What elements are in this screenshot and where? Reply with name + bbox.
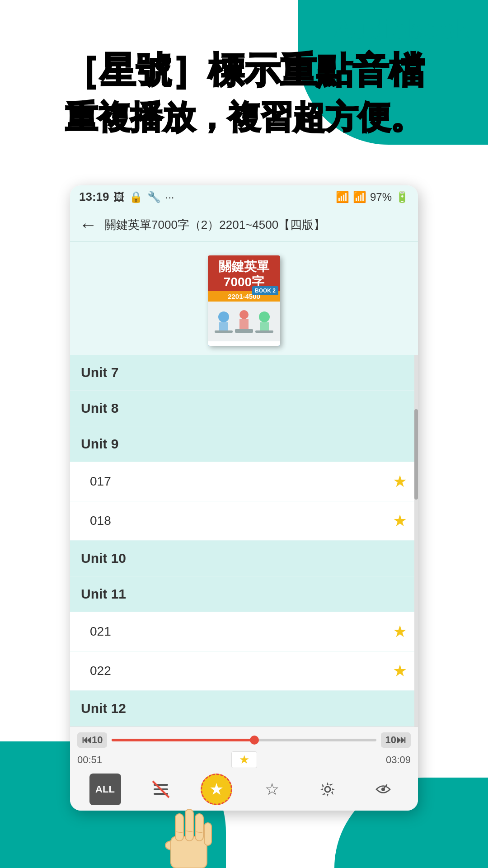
unit8-label: Unit 8 (81, 401, 118, 416)
svg-rect-20 (195, 814, 203, 841)
rewind-10-button[interactable]: ⏮10 (77, 732, 107, 748)
track-list: Unit 7 Unit 8 Unit 9 017 ★ 018 ★ Unit 10… (70, 355, 418, 726)
list-item[interactable]: 017 ★ (70, 462, 418, 501)
book-badge: BOOK 2 (252, 286, 278, 295)
progress-thumb[interactable] (250, 736, 259, 745)
star-021-icon[interactable]: ★ (393, 622, 407, 641)
status-bar: 13:19 🖼 🔒 🔧 ··· 📶 📶 97% 🔋 (70, 185, 418, 208)
settings-button[interactable] (312, 774, 343, 805)
list-item[interactable]: Unit 9 (70, 426, 418, 462)
unit7-label: Unit 7 (81, 365, 118, 380)
list-item[interactable]: 021 ★ (70, 612, 418, 651)
track018-label: 018 (90, 514, 111, 528)
book-cover-area: 關鍵英單 7000字 BOOK 2 2201-4500 (70, 242, 418, 355)
svg-rect-21 (204, 823, 211, 845)
status-right: 📶 📶 97% 🔋 (336, 191, 409, 203)
progress-bar-fill (112, 739, 257, 741)
tool-icon: 🔧 (147, 191, 161, 203)
book-cover: 關鍵英單 7000字 BOOK 2 2201-4500 (208, 255, 280, 346)
back-button[interactable]: ← (79, 215, 97, 235)
nav-title: 關鍵英單7000字（2）2201~4500【四版】 (104, 217, 409, 233)
svg-point-5 (259, 311, 270, 322)
nav-bar: ← 關鍵英單7000字（2）2201~4500【四版】 (70, 208, 418, 242)
svg-rect-2 (219, 322, 228, 331)
svg-point-14 (325, 787, 330, 792)
svg-rect-6 (260, 322, 269, 331)
speed-button[interactable] (367, 774, 399, 805)
total-time: 03:09 (386, 754, 411, 766)
bottom-player: ⏮10 10⏭ 00:51 ★ 03:09 ALL (70, 726, 418, 811)
phone-mockup: 13:19 🖼 🔒 🔧 ··· 📶 📶 97% 🔋 ← 關鍵英單7000字（2）… (70, 185, 418, 811)
all-button[interactable]: ALL (89, 774, 121, 805)
photo-icon: 🖼 (114, 191, 125, 203)
hand-cursor (154, 787, 226, 859)
track022-label: 022 (90, 664, 111, 678)
battery-text: 97% (370, 191, 392, 203)
wifi-icon: 📶 (336, 191, 349, 203)
star-inactive-button[interactable]: ☆ (256, 774, 288, 805)
unit9-label: Unit 9 (81, 436, 118, 452)
star-017-icon[interactable]: ★ (393, 472, 407, 491)
scrollbar-track[interactable] (414, 355, 418, 726)
list-item[interactable]: Unit 7 (70, 355, 418, 391)
status-time: 13:19 (79, 190, 109, 204)
star-inactive-icon: ☆ (265, 780, 279, 799)
scrollbar-thumb[interactable] (414, 409, 418, 500)
list-item[interactable]: Unit 12 (70, 691, 418, 726)
svg-rect-9 (255, 330, 273, 333)
heading-area: ［星號］標示重點音檔 重複播放，複習超方便。 (27, 50, 461, 139)
star-022-icon[interactable]: ★ (393, 661, 407, 680)
more-icon: ··· (165, 191, 174, 203)
svg-rect-7 (215, 330, 233, 333)
bottom-icons-row: ALL ★ ☆ (77, 770, 411, 807)
list-item[interactable]: Unit 11 (70, 576, 418, 612)
unit10-label: Unit 10 (81, 551, 126, 566)
svg-point-3 (239, 310, 249, 319)
svg-rect-8 (235, 329, 253, 333)
all-label: ALL (95, 783, 115, 795)
unit11-label: Unit 11 (81, 586, 126, 602)
svg-rect-19 (185, 809, 193, 841)
svg-point-1 (218, 311, 229, 322)
heading-line1: ［星號］標示重點音檔 (27, 50, 461, 91)
audiobook-label: Audiobook (333, 14, 470, 45)
track021-label: 021 (90, 624, 111, 639)
list-item[interactable]: 018 ★ (70, 501, 418, 541)
lock-icon: 🔒 (129, 191, 143, 203)
signal-icon: 📶 (353, 191, 366, 203)
status-left: 13:19 🖼 🔒 🔧 ··· (79, 190, 174, 204)
heading-line2: 重複播放，複習超方便。 (27, 96, 461, 139)
list-item[interactable]: 022 ★ (70, 651, 418, 691)
battery-icon: 🔋 (395, 191, 409, 203)
star-badge-center[interactable]: ★ (231, 751, 257, 768)
track017-label: 017 (90, 474, 111, 489)
player-controls-row: ⏮10 10⏭ (77, 732, 411, 748)
svg-rect-4 (239, 319, 249, 329)
book-illustration (208, 302, 280, 341)
forward-10-button[interactable]: 10⏭ (381, 732, 411, 748)
time-row: 00:51 ★ 03:09 (77, 751, 411, 768)
unit12-label: Unit 12 (81, 701, 126, 716)
svg-rect-18 (175, 814, 183, 841)
list-item[interactable]: Unit 8 (70, 391, 418, 426)
list-item[interactable]: Unit 10 (70, 541, 418, 576)
star-018-icon[interactable]: ★ (393, 511, 407, 530)
progress-bar-container[interactable] (112, 739, 376, 741)
current-time: 00:51 (77, 754, 102, 766)
